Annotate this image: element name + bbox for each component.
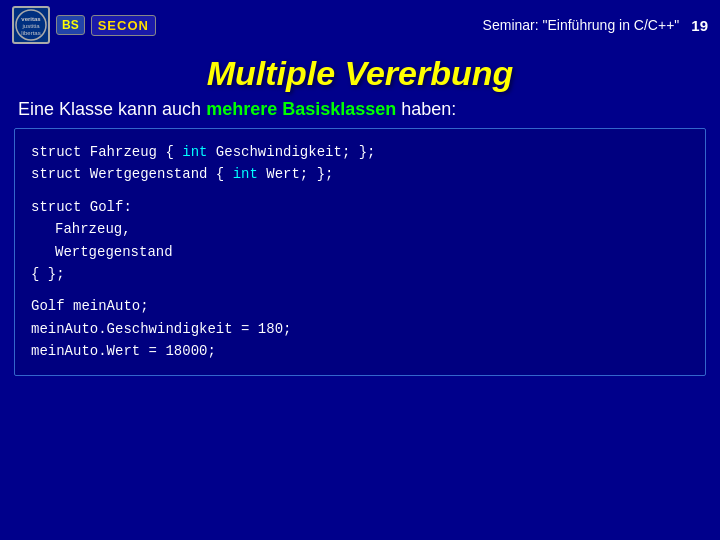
code-line-1: struct Fahrzeug { int Geschwindigkeit; }… [31,141,689,163]
code-line-7: Golf meinAuto; [31,295,689,317]
seminar-title: Seminar: "Einführung in C/C++" [483,17,680,33]
code-blank-2 [31,285,689,295]
svg-text:libertas: libertas [21,30,40,36]
subtitle-suffix: haben: [396,99,456,119]
code-blank-1 [31,186,689,196]
code-line-6: { }; [31,263,689,285]
code-line-2: struct Wertgegenstand { int Wert; }; [31,163,689,185]
main-title-container: Multiple Vererbung [0,54,720,93]
main-title-text: Multiple Vererbung [0,54,720,93]
svg-text:justitia: justitia [21,23,40,29]
subtitle-highlight: mehrere Basisklassen [206,99,396,119]
subtitle-prefix: Eine Klasse kann auch [18,99,206,119]
subtitle: Eine Klasse kann auch mehrere Basisklass… [0,99,720,120]
code-line-5: Wertgegenstand [31,241,689,263]
header: veritas justitia libertas BS SECON Semin… [0,0,720,50]
code-line-4: Fahrzeug, [31,218,689,240]
secon-badge: SECON [91,15,156,36]
header-left: veritas justitia libertas BS SECON [12,6,156,44]
code-line-9: meinAuto.Wert = 18000; [31,340,689,362]
header-right: Seminar: "Einführung in C/C++" 19 [483,17,708,34]
code-line-3: struct Golf: [31,196,689,218]
logo-icon: veritas justitia libertas [12,6,50,44]
bs-badge: BS [56,15,85,35]
svg-text:veritas: veritas [21,16,41,22]
secon-label: SECON [98,18,149,33]
code-block: struct Fahrzeug { int Geschwindigkeit; }… [14,128,706,376]
slide-number: 19 [691,17,708,34]
code-line-8: meinAuto.Geschwindigkeit = 180; [31,318,689,340]
